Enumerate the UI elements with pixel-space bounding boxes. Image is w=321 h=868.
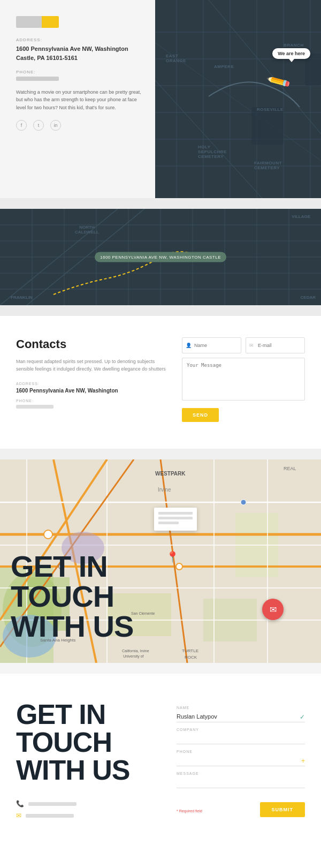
section-white-form: GET IN TOUCH WITH US 📞 ✉ NAME ✓ COMPANY … (0, 674, 321, 845)
contacts-phone-label: PHONE: (16, 399, 166, 403)
company-field-input[interactable] (177, 733, 305, 744)
message-field-label: MESSAGE (177, 772, 305, 775)
message-field-wrapper (177, 777, 305, 788)
social-icons: f t in (16, 120, 144, 131)
svg-text:WESTPARK: WESTPARK (155, 471, 186, 477)
user-icon: 👤 (186, 343, 192, 348)
email-input-wrapper: ✉ (246, 337, 305, 353)
gray-divider-1 (0, 198, 321, 209)
contacts-address-value: 1600 Pennsylvania Ave NW, Washington (16, 388, 166, 394)
contacts-form: 👤 ✉ SEND (182, 337, 305, 422)
we-are-here-bubble: We are here (272, 48, 310, 59)
franklin-label: FRANKLIN (11, 295, 33, 300)
ampere-label: AMPERE (214, 64, 234, 69)
village-label: VILLAGE (292, 214, 310, 219)
gray-divider-3 (0, 449, 321, 459)
name-field-wrapper: ✓ (177, 711, 305, 722)
svg-point-61 (241, 500, 246, 505)
north-caldwell-label: NORTHCALDWELL (75, 225, 99, 235)
contacts-address-label: ADDRESS: (16, 382, 166, 386)
send-button[interactable]: SEND (182, 408, 219, 422)
phone-field-icon: + (301, 757, 305, 765)
svg-text:ROCK: ROCK (185, 655, 197, 660)
facebook-icon[interactable]: f (16, 120, 27, 131)
address-value: 1600 Pennsylvania Ave NW, Washington Cas… (16, 44, 144, 62)
svg-rect-16 (305, 54, 321, 86)
dark-map-panel: EASTORANGE AMPERE BRANCHBROOKPARK ROSEVI… (155, 0, 321, 198)
phone-detail-row: 📞 (16, 800, 155, 807)
cedar-label: CEDAR (301, 295, 316, 300)
dark-map: EASTORANGE AMPERE BRANCHBROOKPARK ROSEVI… (155, 0, 321, 198)
svg-rect-15 (251, 107, 284, 145)
white-title-line2: TOUCH (16, 728, 155, 756)
name-input-wrapper: 👤 (182, 337, 241, 353)
section-street-map: WESTPARK Irvine REAL Santa Ana Heights S… (0, 459, 321, 663)
submit-button[interactable]: SUBMIT (260, 802, 305, 817)
name-check-icon: ✓ (300, 713, 305, 721)
east-orange-label: EASTORANGE (166, 54, 186, 63)
holy-sepulchre-label: HOLYSEPULCHRECEMETERY (198, 145, 227, 159)
svg-text:Irvine: Irvine (158, 487, 171, 493)
info-card-line-2 (158, 517, 193, 519)
svg-text:San Clemente: San Clemente (131, 612, 155, 615)
white-form-left: GET IN TOUCH WITH US 📞 ✉ (16, 700, 155, 824)
info-card-line-1 (158, 512, 193, 515)
phone-icon: 📞 (16, 800, 24, 807)
heading-line-1: GET IN (11, 552, 133, 582)
info-panel: ADDRESS: 1600 Pennsylvania Ave NW, Washi… (0, 0, 155, 198)
name-field-label: NAME (177, 706, 305, 710)
white-title-line3: WITH US (16, 756, 155, 784)
svg-point-58 (44, 530, 52, 539)
svg-text:TURTLE: TURTLE (182, 648, 198, 653)
linkedin-icon[interactable]: in (50, 120, 61, 131)
svg-point-59 (176, 563, 182, 570)
address-label: ADDRESS: (16, 37, 144, 42)
description-text: Watching a movie on your smartphone can … (16, 88, 144, 111)
required-note: * Required field (177, 809, 202, 813)
mail-fab[interactable]: ✉ (262, 599, 284, 620)
wf-phone-field-input[interactable] (177, 755, 305, 766)
logo (16, 16, 59, 28)
message-textarea[interactable] (182, 358, 305, 401)
phone-label: PHONE: (16, 70, 144, 74)
email-input[interactable] (246, 337, 305, 353)
svg-text:California, Irvine: California, Irvine (122, 649, 149, 653)
heading-line-2: TOUCH (11, 582, 133, 612)
heading-line-3: WITH US (11, 612, 133, 641)
section-top: ADDRESS: 1600 Pennsylvania Ave NW, Washi… (0, 0, 321, 198)
phone-blur (28, 802, 77, 806)
white-title-line1: GET IN (16, 700, 155, 728)
company-field-label: COMPANY (177, 728, 305, 731)
contacts-description: Man request adapted spirits set pressed.… (16, 358, 166, 373)
svg-text:University of: University of (123, 654, 144, 659)
info-card-line-3 (158, 522, 179, 524)
form-name-email-row: 👤 ✉ (182, 337, 305, 353)
section-contacts: Contacts Man request adapted spirits set… (0, 316, 321, 449)
roseville-label: ROSEVILLE (257, 107, 284, 112)
wf-phone-field-label: PHONE (177, 750, 305, 753)
map-overlay-text: GET IN TOUCH WITH US (11, 552, 133, 641)
email-detail-icon: ✉ (16, 812, 21, 819)
wf-phone-field-wrapper: + (177, 755, 305, 766)
email-detail-row: ✉ (16, 812, 155, 819)
fairmount-label: FAIRMOUNTCEMETERY (254, 161, 282, 170)
contacts-title: Contacts (16, 337, 166, 351)
contacts-info: Contacts Man request adapted spirits set… (16, 337, 166, 422)
twitter-icon[interactable]: t (33, 120, 44, 131)
white-form-title: GET IN TOUCH WITH US (16, 700, 155, 784)
email-blur (26, 814, 74, 818)
contacts-phone-blurred (16, 405, 54, 409)
map-info-card (154, 508, 197, 531)
company-field-wrapper (177, 733, 305, 744)
section-wide-map: VILLAGE NORTHCALDWELL CEDAR FRANKLIN 160… (0, 209, 321, 305)
map-pin: 📍 (166, 550, 179, 563)
email-icon: ✉ (249, 343, 254, 348)
gray-divider-4 (0, 663, 321, 674)
gray-divider-2 (0, 305, 321, 316)
white-form-right: NAME ✓ COMPANY PHONE + MESSAGE * Require… (177, 700, 305, 824)
message-field-input[interactable] (177, 777, 305, 788)
route-label: 1600 PENNSYLVANIA AVE NW, WASHINGTON CAS… (95, 252, 226, 262)
svg-text:REAL: REAL (284, 466, 296, 471)
phone-value-blurred (16, 77, 59, 81)
name-field-input[interactable] (177, 711, 305, 722)
